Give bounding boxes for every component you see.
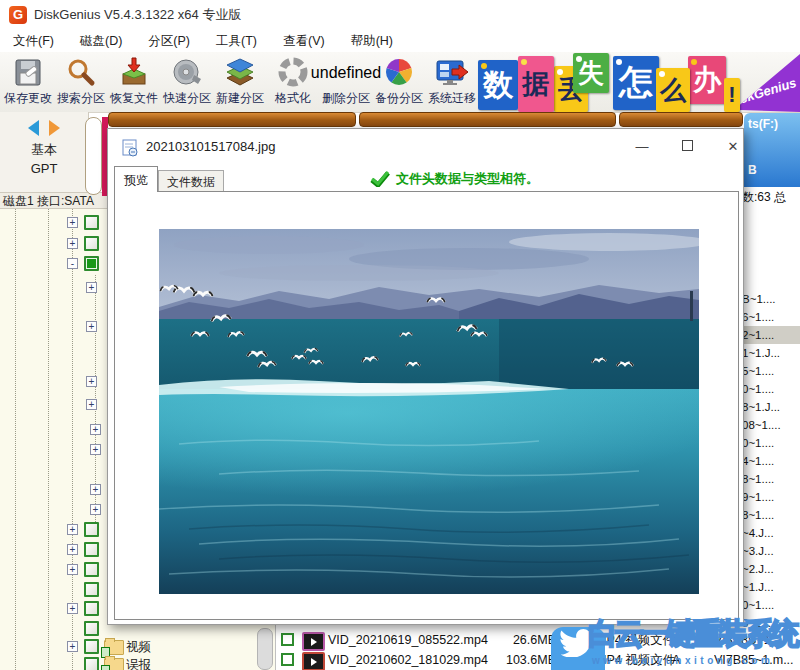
tree-expander[interactable]: +	[67, 524, 78, 535]
new-partition-icon	[214, 55, 266, 91]
shortname-row[interactable]: 6~1....	[742, 308, 800, 326]
floppy-icon	[2, 55, 54, 91]
promo-banner[interactable]: DiskGenius 数据丢失怎么办!	[476, 52, 800, 112]
tree-checkbox[interactable]	[84, 601, 99, 616]
disk-geometry-fragment: 数:63 总	[742, 189, 786, 206]
file-size: 26.6MB	[440, 630, 556, 650]
tree-expander[interactable]: +	[67, 641, 78, 652]
menu-item-5[interactable]: 帮助(H)	[338, 30, 406, 52]
toolbar-button-quick[interactable]: 快速分区	[161, 55, 213, 109]
tree-scrollbar[interactable]	[257, 628, 273, 670]
partition-box-f[interactable]: ts(F:) B	[744, 113, 800, 187]
menu-item-2[interactable]: 分区(P)	[135, 30, 203, 52]
tree-expander[interactable]: +	[67, 544, 78, 555]
toolbar-button-search[interactable]: 搜索分区	[55, 55, 107, 109]
tree-checkbox[interactable]	[84, 522, 99, 537]
minimize-button[interactable]: —	[625, 136, 659, 158]
partition-box-left[interactable]	[85, 117, 102, 195]
tree-expander[interactable]: +	[67, 217, 78, 228]
file-checkbox[interactable]	[281, 653, 294, 666]
shortname-row[interactable]: 0~1....	[742, 380, 800, 398]
tree-checkbox[interactable]	[84, 215, 99, 230]
recover-files-icon	[108, 55, 160, 91]
title-bar: G DiskGenius V5.4.3.1322 x64 专业版	[0, 0, 800, 30]
banner-tile: 数	[478, 60, 518, 110]
tree-expander[interactable]: +	[86, 321, 97, 332]
shortname-row[interactable]: 8~1....	[742, 506, 800, 524]
toolbar-button-migrate[interactable]: 系统迁移	[426, 55, 478, 109]
shortname-row[interactable]: 0~1....	[742, 596, 800, 614]
shortname-row[interactable]: 5~1....	[742, 362, 800, 380]
tab-preview[interactable]: 预览	[114, 166, 158, 192]
check-icon	[370, 171, 390, 187]
shortname-row[interactable]: 8~1....	[742, 470, 800, 488]
tree-folder-label[interactable]: 误报	[126, 657, 151, 670]
tree-expander[interactable]: +	[90, 484, 101, 495]
tree-expander[interactable]: +	[86, 399, 97, 410]
tree-checkbox[interactable]	[84, 639, 99, 654]
tab-file-data[interactable]: 文件数据	[158, 170, 224, 192]
partition-table-panel: 基本 GPT	[0, 112, 89, 192]
shortname-row[interactable]: ~4.J...	[742, 524, 800, 542]
tree-expander[interactable]: -	[67, 258, 78, 269]
video-file-icon	[302, 632, 325, 651]
shortname-row[interactable]: 08~1....	[742, 416, 800, 434]
tree-checkbox[interactable]	[84, 657, 99, 670]
shortname-row[interactable]: 1~1.J...	[742, 344, 800, 362]
tile-dot	[521, 59, 527, 65]
tree-expander[interactable]: +	[86, 282, 97, 293]
banner-tile: 么	[656, 68, 690, 112]
banner-tile: 据	[518, 56, 554, 112]
toolbar-button-backup[interactable]: 备份分区	[373, 55, 425, 109]
tree-expander[interactable]: +	[67, 603, 78, 614]
shortname-row[interactable]: ~1.J...	[742, 578, 800, 596]
tree-checkbox[interactable]	[84, 542, 99, 557]
menu-item-3[interactable]: 工具(T)	[203, 30, 270, 52]
toolbar-button-label: 格式化	[267, 91, 319, 105]
tree-expander[interactable]: +	[90, 444, 101, 455]
menu-item-4[interactable]: 查看(V)	[270, 30, 338, 52]
menu-item-0[interactable]: 文件(F)	[0, 30, 67, 52]
menu-item-1[interactable]: 磁盘(D)	[67, 30, 135, 52]
tree-expander[interactable]: +	[90, 504, 101, 515]
tree-checkbox[interactable]	[84, 236, 99, 251]
tree-folder-label[interactable]: 视频	[126, 639, 151, 656]
search-icon	[55, 55, 107, 91]
tree-expander[interactable]: +	[90, 424, 101, 435]
tile-dot	[659, 71, 665, 77]
forward-arrow-icon[interactable]	[49, 120, 60, 136]
shortname-row-selected[interactable]: 2~1....	[742, 326, 800, 344]
shortname-row[interactable]: 9~1....	[742, 488, 800, 506]
tree-checkbox[interactable]	[84, 621, 99, 636]
video-file-icon	[302, 652, 325, 670]
toolbar-button-newpart[interactable]: 新建分区	[214, 55, 266, 109]
toolbar-button-label: 保存更改	[2, 91, 54, 105]
toolbar-button-save[interactable]: 保存更改	[2, 55, 54, 109]
partition-tab[interactable]	[108, 112, 356, 127]
tree-expander[interactable]: +	[67, 564, 78, 575]
banner-tile: 办	[688, 56, 726, 104]
file-checkbox[interactable]	[281, 633, 294, 646]
banner-tile: 失	[573, 53, 609, 93]
status-message: 文件头数据与类型相符。	[370, 169, 539, 189]
tree-expander[interactable]: +	[67, 238, 78, 249]
toolbar-button-recover[interactable]: 恢复文件	[108, 55, 160, 109]
toolbar-button-label: 快速分区	[161, 91, 213, 105]
shortname-row[interactable]: 4~1....	[742, 452, 800, 470]
diskgenius-window: G DiskGenius V5.4.3.1322 x64 专业版 文件(F)磁盘…	[0, 0, 800, 670]
shortname-row[interactable]: ~3.J...	[742, 542, 800, 560]
tree-expander[interactable]: +	[86, 376, 97, 387]
shortname-row[interactable]: B~1....	[742, 290, 800, 308]
partition-tab[interactable]	[619, 112, 743, 127]
maximize-button[interactable]	[670, 136, 704, 158]
shortname-row[interactable]: ~2.J...	[742, 560, 800, 578]
close-button[interactable]: ✕	[716, 136, 750, 158]
shortname-row[interactable]: 0~1....	[742, 434, 800, 452]
tree-checkbox[interactable]	[84, 562, 99, 577]
back-arrow-icon[interactable]	[28, 120, 39, 136]
shortname-row[interactable]: 8~1.J...	[742, 398, 800, 416]
tree-checkbox[interactable]	[84, 582, 99, 597]
partition-tab[interactable]	[359, 112, 616, 127]
tree-checkbox-checked[interactable]	[84, 256, 99, 271]
toolbar-button-delete[interactable]: undefined删除分区	[320, 55, 372, 109]
